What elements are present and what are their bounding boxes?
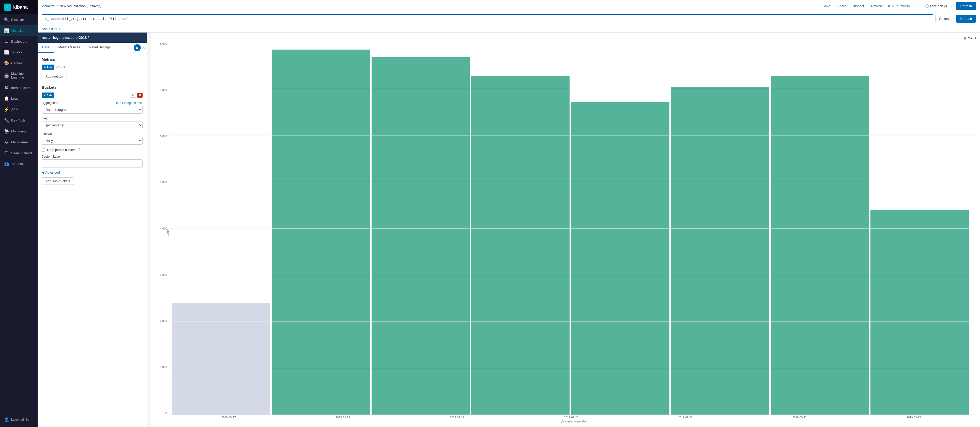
bucket-axis: X-Axis: [44, 94, 52, 97]
timelion-icon: 📈: [4, 50, 9, 55]
prev-time-button[interactable]: ‹: [919, 3, 922, 9]
bucket-delete-button[interactable]: ✕: [137, 93, 143, 97]
aggregation-label-row: Aggregation Date Histogram help: [42, 101, 143, 105]
discover-icon: 🔍: [4, 17, 9, 22]
field-select[interactable]: @timestamp: [42, 121, 143, 129]
dashboard-icon: 🗂: [4, 39, 9, 44]
drop-partial-checkbox[interactable]: [42, 148, 45, 151]
tenants-icon: 👥: [4, 161, 9, 166]
ml-icon: 🤖: [4, 73, 9, 78]
management-icon: ⚙: [4, 140, 9, 145]
bar-1[interactable]: [172, 303, 270, 415]
inspect-button[interactable]: Inspect: [851, 3, 866, 9]
sidebar-item-infrastructure[interactable]: 🏗 Infrastructure: [0, 82, 38, 93]
aggregation-group: Aggregation Date Histogram help Date His…: [42, 101, 143, 114]
x-label-2: 2019-09-18: [336, 416, 350, 419]
metric-axis: Y-Axis: [44, 65, 52, 69]
add-filter-button[interactable]: Add a filter +: [42, 27, 60, 31]
sidebar-item-monitoring[interactable]: 📡 Monitoring: [0, 126, 38, 137]
sidebar-item-dashboard[interactable]: 🗂 Dashboard: [0, 36, 38, 47]
drop-partial-help-icon: ?: [78, 148, 81, 152]
buckets-section-title: Buckets: [42, 85, 143, 89]
sidebar-item-ml[interactable]: 🤖 Machine Learning: [0, 69, 38, 82]
tab-data[interactable]: Data: [38, 43, 54, 53]
topbar: Visualize / New Visualization (unsaved) …: [38, 0, 980, 12]
date-histogram-help-link[interactable]: Date Histogram help: [115, 101, 143, 105]
interval-label: Interval: [42, 132, 52, 136]
left-panel: router-logs-amazeeio-2018-* Data Metrics…: [38, 32, 147, 427]
sidebar-item-label: Monitoring: [11, 129, 27, 133]
bars-container: [169, 42, 976, 415]
logs-icon: 📋: [4, 96, 9, 101]
user-icon: 👤: [4, 417, 9, 422]
sidebar-item-visualize[interactable]: 📊 Visualize: [0, 25, 38, 36]
y-label-6000: 6,000: [155, 135, 167, 138]
interval-group: Interval Daily: [42, 132, 143, 145]
sidebar-item-discover[interactable]: 🔍 Discover: [0, 14, 38, 25]
bar-7[interactable]: [771, 76, 869, 414]
sidebar-user[interactable]: 👤 lagoonadmin: [0, 414, 38, 425]
refresh-button[interactable]: Refresh: [869, 3, 885, 9]
sidebar-item-canvas[interactable]: 🎨 Canvas: [0, 58, 38, 69]
devtools-icon: 🔧: [4, 118, 9, 123]
sidebar-item-devtools[interactable]: 🔧 Dev Tools: [0, 115, 38, 126]
y-label-8000: 8,000: [155, 42, 167, 45]
panel-tab-actions: ▶ ✕: [132, 43, 146, 53]
sidebar-item-management[interactable]: ⚙ Management: [0, 137, 38, 148]
x-label-5: 2019-09-21: [678, 416, 692, 419]
sidebar-item-label: Visualize: [11, 29, 24, 32]
next-time-button[interactable]: ›: [950, 3, 953, 9]
sidebar-item-label: Tenants: [11, 162, 23, 166]
sidebar-item-timelion[interactable]: 📈 Timelion: [0, 47, 38, 58]
breadcrumb-app[interactable]: Visualize: [42, 4, 55, 8]
field-group: Field @timestamp: [42, 117, 143, 129]
sidebar-item-label: Logs: [11, 97, 18, 100]
bar-5[interactable]: [571, 102, 670, 414]
bucket-toggle-button[interactable]: 👁: [130, 93, 136, 97]
share-button[interactable]: Share: [835, 3, 848, 9]
sidebar-item-apm[interactable]: ⚡ APM: [0, 104, 38, 115]
bar-2[interactable]: [272, 49, 370, 414]
search-input[interactable]: [51, 17, 930, 21]
sidebar: K kibana 🔍 Discover 📊 Visualize 🗂 Dashbo…: [0, 0, 38, 427]
time-range: 🕐 Last 7 days: [925, 4, 947, 8]
panel-resize-handle[interactable]: ⋮: [147, 32, 151, 427]
sidebar-item-searchguard[interactable]: 🛡 Search Guard: [0, 148, 38, 158]
bar-6[interactable]: [671, 87, 769, 414]
interval-label-row: Interval: [42, 132, 143, 136]
auto-refresh-button[interactable]: ↺ Auto-refresh: [888, 4, 910, 8]
add-sub-buckets-button[interactable]: Add sub-buckets: [42, 177, 74, 185]
sidebar-item-label: APM: [11, 108, 18, 112]
advanced-link[interactable]: ◀ Advanced: [42, 170, 143, 174]
search-refresh-button[interactable]: Refresh: [956, 15, 976, 22]
interval-select[interactable]: Daily: [42, 137, 143, 145]
filter-row: Add a filter +: [38, 25, 980, 32]
tab-panel-settings[interactable]: Panel Settings: [84, 43, 115, 53]
custom-label-input[interactable]: [42, 159, 143, 167]
bucket-badge: X-Axis: [42, 92, 54, 98]
metrics-section-title: Metrics: [42, 57, 143, 62]
bar-8[interactable]: [870, 210, 969, 414]
tab-metrics-axes[interactable]: Metrics & Axes: [54, 43, 84, 53]
add-metrics-button[interactable]: Add metrics: [42, 73, 67, 80]
sidebar-item-label: Dashboard: [11, 40, 27, 43]
breadcrumb-page: New Visualization (unsaved): [60, 4, 102, 8]
options-button[interactable]: Options: [935, 15, 955, 22]
monitoring-icon: 📡: [4, 129, 9, 134]
close-panel-button[interactable]: ✕: [142, 46, 145, 50]
sidebar-item-logs[interactable]: 📋 Logs: [0, 93, 38, 104]
sidebar-item-label: Infrastructure: [11, 86, 31, 90]
infra-icon: 🏗: [4, 85, 9, 90]
searchguard-icon: 🛡: [4, 151, 9, 155]
bar-4[interactable]: [471, 76, 570, 414]
topbar-actions: Save Share Inspect Refresh ↺ Auto-refres…: [821, 2, 976, 10]
panel-tabs: Data Metrics & Axes Panel Settings ▶ ✕: [38, 43, 146, 53]
custom-label-text: Custom Label: [42, 155, 60, 158]
run-button[interactable]: ▶: [134, 44, 141, 51]
bar-3[interactable]: [372, 57, 470, 414]
refresh-main-button[interactable]: Refresh: [956, 2, 976, 10]
aggregation-select[interactable]: Date Histogram: [42, 106, 143, 114]
sidebar-item-tenants[interactable]: 👥 Tenants: [0, 158, 38, 169]
save-button[interactable]: Save: [821, 3, 832, 9]
x-axis: 2019-09-17 2019-09-18 2019-09-19 2019-09…: [169, 415, 976, 419]
